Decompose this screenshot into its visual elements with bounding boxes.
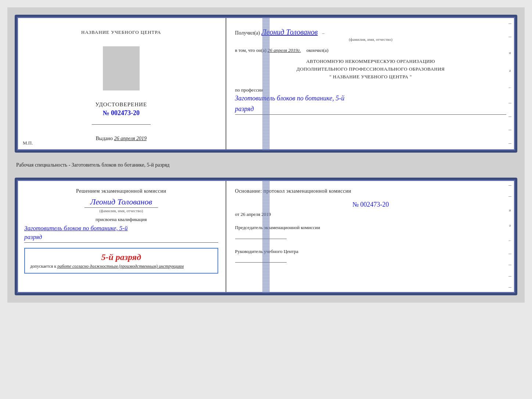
cert2-protocol-number: № 002473-20 — [235, 201, 506, 209]
cert1-profession-value: Заготовитель блоков по ботанике, 5-й — [235, 95, 506, 102]
mark2 — [508, 37, 511, 37]
mark2-2 — [508, 196, 511, 197]
cert1-org-line1: АВТОНОМНУЮ НЕКОММЕРЧЕСКУЮ ОРГАНИЗАЦИЮ — [235, 58, 506, 65]
certificate-2: Решением экзаменационной комиссии Леонид… — [15, 178, 517, 295]
cert1-right-marks: и а ← — [507, 17, 513, 150]
cert1-profession-block: по профессии Заготовитель блоков по бота… — [235, 86, 506, 115]
cert1-name-sub: (фамилия, имя, отчество) — [235, 37, 506, 42]
mark2-arrow: ← — [508, 238, 512, 243]
cert2-person-name: Леонид Толованов — [24, 197, 218, 207]
mark2-3 — [508, 254, 511, 254]
cert1-issued-line: Выдано 26 апреля 2019 — [96, 136, 147, 142]
cert1-mp-label: М.П. — [23, 140, 33, 146]
cert1-dash: – — [322, 30, 325, 36]
page-wrapper: НАЗВАНИЕ УЧЕБНОГО ЦЕНТРА УДОСТОВЕРЕНИЕ №… — [7, 7, 525, 303]
cert1-profession-label: по профессии — [235, 87, 263, 93]
cert2-from-date: от 26 апреля 2019 — [235, 211, 506, 217]
cert1-rank-value: разряд — [235, 105, 506, 115]
mark2-5 — [508, 276, 511, 277]
cert1-issued-date: 26 апреля 2019 — [114, 136, 147, 141]
spine-decoration — [262, 17, 270, 150]
cert2-basis-label: Основание: протокол экзаменационной коми… — [235, 187, 506, 195]
mark2-1 — [508, 185, 511, 186]
cert2-allowed-text: допускается к работе согласно должностны… — [30, 264, 212, 269]
cert2-spine-decoration — [262, 180, 270, 293]
cert2-left-panel: Решением экзаменационной комиссии Леонид… — [17, 180, 226, 293]
cert1-org-line3: " НАЗВАНИЕ УЧЕБНОГО ЦЕНТРА " — [235, 73, 506, 81]
mark4 — [508, 117, 511, 117]
cert1-photo-placeholder — [103, 46, 140, 90]
cert1-number-prefix: № — [103, 109, 109, 117]
certificate-1: НАЗВАНИЕ УЧЕБНОГО ЦЕНТРА УДОСТОВЕРЕНИЕ №… — [15, 15, 517, 153]
separator-text: Рабочая специальность - Заготовитель бло… — [16, 162, 516, 168]
mark1 — [508, 24, 511, 24]
cert1-title: УДОСТОВЕРЕНИЕ — [95, 101, 147, 108]
cert2-stamp-rank: 5-й разряд — [30, 252, 212, 262]
cert1-center-name: НАЗВАНИЕ УЧЕБНОГО ЦЕНТРА — [81, 29, 161, 35]
cert1-org-line2: ДОПОЛНИТЕЛЬНОГО ПРОФЕССИОНАЛЬНОГО ОБРАЗО… — [235, 65, 506, 73]
cert1-number-value: 002473-20 — [111, 109, 140, 117]
cert2-from-prefix: от — [235, 211, 240, 217]
cert1-left-panel: НАЗВАНИЕ УЧЕБНОГО ЦЕНТРА УДОСТОВЕРЕНИЕ №… — [17, 17, 226, 150]
cert2-chairman-label: Председатель экзаменационной комиссии — [235, 225, 320, 230]
cert1-in-that: в том, что он(а) — [235, 47, 267, 53]
cert2-allowed-label: допускается к — [30, 264, 56, 269]
cert1-issued-label: Выдано — [96, 136, 113, 141]
cert1-recipient-name: Леонид Толованов — [262, 28, 318, 36]
cert2-stamp-box: 5-й разряд допускается к работе согласно… — [24, 248, 218, 274]
cert2-assigned-text: присвоена квалификация — [24, 217, 218, 222]
cert2-chairman-section: Председатель экзаменационной комиссии — [235, 224, 506, 239]
cert2-number-value: 002473-20 — [360, 201, 389, 208]
cert2-chairman-sig-line — [235, 239, 287, 239]
mark2-4 — [508, 265, 511, 265]
cert2-decision-text: Решением экзаменационной комиссии — [24, 187, 218, 195]
mark2-a: а — [509, 223, 511, 227]
cert1-org-block: АВТОНОМНУЮ НЕКОММЕРЧЕСКУЮ ОРГАНИЗАЦИЮ ДО… — [235, 58, 506, 81]
cert2-allowed-italic: работе согласно должностным (производств… — [57, 264, 184, 269]
cert1-received-label: Получил(а) — [235, 30, 260, 36]
cert1-in-that-block: в том, что он(а) 26 апреля 2019г. окончи… — [235, 47, 506, 53]
cert1-number: № 002473-20 — [103, 109, 140, 117]
cert2-director-section: Руководитель учебного Центра — [235, 248, 506, 263]
mark6 — [508, 143, 511, 144]
mark-и: и — [509, 50, 511, 55]
cert1-date-value: 26 апреля 2019г. — [267, 47, 301, 53]
mark3 — [508, 103, 511, 103]
cert2-right-marks: и а ← — [507, 180, 513, 293]
cert1-finished: окончил(а) — [306, 47, 328, 53]
cert2-rank-value: разряд — [24, 234, 218, 243]
mark2-6 — [508, 287, 511, 288]
mark-a: а — [509, 68, 511, 72]
cert2-director-sig-line — [235, 262, 287, 263]
mark5 — [508, 130, 511, 130]
cert2-number-prefix: № — [352, 201, 359, 208]
mark2-и: и — [509, 208, 511, 212]
cert2-qualification-value: Заготовитель блоков по ботанике, 5-й — [24, 225, 218, 232]
cert1-recipient-block: Получил(а) Леонид Толованов – (фамилия, … — [235, 28, 506, 42]
mark-arrow: ← — [508, 85, 512, 90]
cert2-name-sub: (фамилия, имя, отчество) — [24, 209, 218, 213]
